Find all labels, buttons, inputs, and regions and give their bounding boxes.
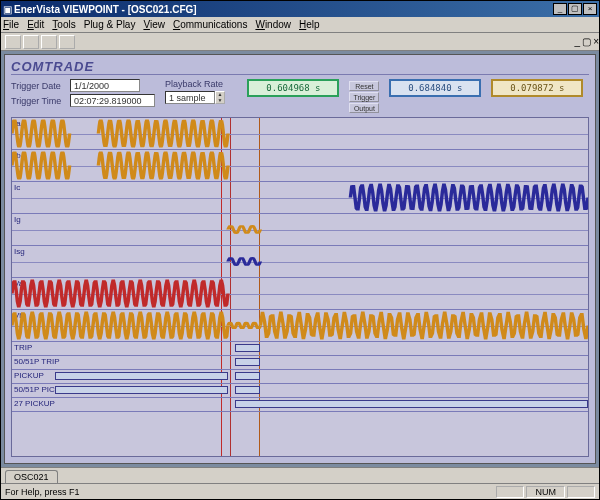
digital-track-PICKUP[interactable]: PICKUP (12, 370, 588, 384)
menu-plugplay[interactable]: Plug & Play (84, 19, 136, 30)
toolbar-button-1[interactable] (5, 35, 21, 49)
digital-track-TRIP[interactable]: TRIP (12, 342, 588, 356)
track-label: PICKUP (14, 371, 44, 380)
digital-pulse (235, 344, 260, 352)
toolbar: _ ▢ × (1, 33, 599, 51)
trigger-date-label: Trigger Date (11, 81, 66, 91)
trigger-time-field[interactable]: 02:07:29.819000 (70, 94, 155, 107)
trigger-date-field[interactable]: 1/1/2000 (70, 79, 140, 92)
playback-rate-spinner[interactable]: ▲▼ (215, 91, 225, 104)
output-button[interactable]: Output (349, 103, 379, 113)
digital-pulse (235, 372, 260, 380)
analog-track-Isg[interactable]: Isg (12, 246, 588, 278)
menu-view[interactable]: View (143, 19, 165, 30)
track-label: 27 PICKUP (14, 399, 55, 408)
close-button[interactable]: × (583, 3, 597, 15)
analog-track-Vb[interactable]: Vb (12, 310, 588, 342)
app-icon: ▣ (3, 4, 12, 15)
toolbar-button-2[interactable] (23, 35, 39, 49)
reset-button[interactable]: Reset (349, 81, 379, 91)
menu-file[interactable]: FFileile (3, 19, 19, 30)
app-window: ▣ EnerVista VIEWPOINT - [OSC021.CFG] _ ▢… (0, 0, 600, 500)
cursor-time-green: 0.604968 s (247, 79, 339, 97)
digital-pulse (235, 400, 588, 408)
comtrade-title: COMTRADE (11, 59, 589, 75)
menu-edit[interactable]: Edit (27, 19, 44, 30)
digital-pulse (55, 372, 228, 380)
toolbar-button-4[interactable] (59, 35, 75, 49)
menu-tools[interactable]: Tools (52, 19, 75, 30)
analog-track-Va[interactable]: Va (12, 278, 588, 310)
toolbar-button-3[interactable] (41, 35, 57, 49)
mdi-maximize-button[interactable]: ▢ (582, 36, 591, 47)
window-title: EnerVista VIEWPOINT - [OSC021.CFG] (12, 4, 552, 15)
digital-pulse (235, 386, 260, 394)
track-label: TRIP (14, 343, 32, 352)
analog-track-Ib[interactable]: Ib (12, 150, 588, 182)
digital-track-27-PICKUP[interactable]: 27 PICKUP (12, 398, 588, 412)
document-tabs: OSC021 (1, 467, 599, 483)
comtrade-panel: COMTRADE Trigger Date 1/1/2000 Trigger T… (4, 54, 596, 464)
trigger-button[interactable]: Trigger (349, 92, 379, 102)
digital-pulse (55, 386, 228, 394)
client-area: COMTRADE Trigger Date 1/1/2000 Trigger T… (1, 51, 599, 467)
playback-rate-label: Playback Rate (165, 79, 225, 89)
analog-track-Ic[interactable]: Ic (12, 182, 588, 214)
digital-track-50-51P-PICKUP[interactable]: 50/51P PICKUP (12, 384, 588, 398)
analog-track-Ig[interactable]: Ig (12, 214, 588, 246)
trigger-time-label: Trigger Time (11, 96, 66, 106)
digital-pulse (235, 358, 260, 366)
mdi-minimize-button[interactable]: _ (575, 36, 581, 47)
menu-help[interactable]: Help (299, 19, 320, 30)
statusbar: For Help, press F1 NUM (1, 483, 599, 499)
track-label: 50/51P TRIP (14, 357, 60, 366)
titlebar[interactable]: ▣ EnerVista VIEWPOINT - [OSC021.CFG] _ ▢… (1, 1, 599, 17)
menubar: FFileile Edit Tools Plug & Play View Com… (1, 17, 599, 33)
menu-communications[interactable]: Communications (173, 19, 248, 30)
comtrade-controls: Trigger Date 1/1/2000 Trigger Time 02:07… (5, 77, 595, 117)
status-num: NUM (526, 486, 565, 498)
comtrade-header: COMTRADE (5, 55, 595, 77)
status-message: For Help, press F1 (5, 487, 494, 497)
minimize-button[interactable]: _ (553, 3, 567, 15)
status-blank-2 (567, 486, 595, 498)
waveform-plot[interactable]: IaIbIcIgIsgVaVbTRIP50/51P TRIPPICKUP50/5… (11, 117, 589, 457)
tab-osc021[interactable]: OSC021 (5, 470, 58, 483)
status-blank-1 (496, 486, 524, 498)
playback-rate-field[interactable]: 1 sample (165, 91, 215, 104)
cursor-time-blue: 0.684840 s (389, 79, 481, 97)
maximize-button[interactable]: ▢ (568, 3, 582, 15)
mdi-close-button[interactable]: × (593, 36, 599, 47)
digital-track-50-51P-TRIP[interactable]: 50/51P TRIP (12, 356, 588, 370)
analog-track-Ia[interactable]: Ia (12, 118, 588, 150)
menu-window[interactable]: Window (255, 19, 291, 30)
delta-time-amber: 0.079872 s (491, 79, 583, 97)
